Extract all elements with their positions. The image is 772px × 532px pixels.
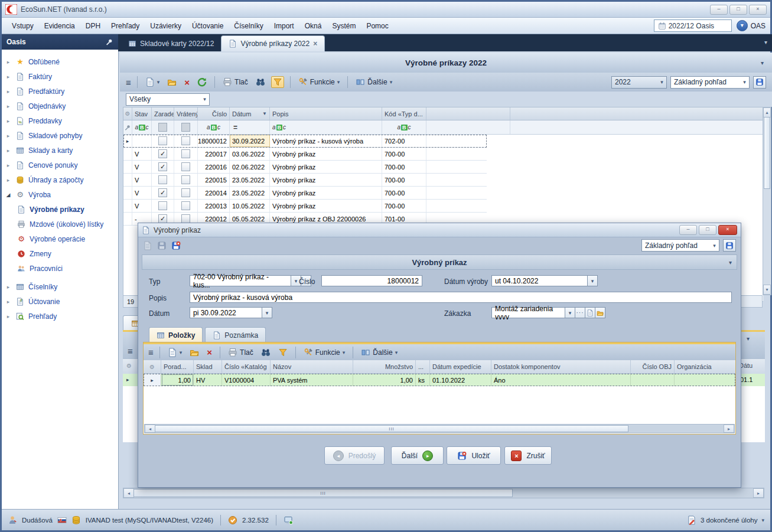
sidebar-item-zmeny[interactable]: Zmeny — [2, 246, 118, 261]
expander-icon[interactable]: ▸ — [2, 148, 15, 154]
expander-icon[interactable]: ▸ — [2, 314, 15, 319]
checkbox[interactable]: ✓ — [158, 214, 167, 223]
sidebar-item-faktury[interactable]: ▸Faktúry — [2, 69, 118, 84]
checkbox[interactable] — [181, 136, 190, 145]
print-button[interactable]: Tlač — [226, 347, 255, 358]
tab-overflow-icon[interactable]: ▾ — [764, 39, 767, 45]
sidebar-item-sklady-a-karty[interactable]: ▸Sklady a karty — [2, 143, 118, 158]
tab-skladove-karty[interactable]: Skladové karty 2022/12 — [121, 36, 221, 51]
sidebar-item-uctovanie[interactable]: ▸Účtovanie — [2, 294, 118, 309]
chevron-down-icon[interactable]: ▾ — [262, 307, 272, 318]
dialog-maximize-button[interactable]: □ — [699, 225, 716, 235]
checkbox[interactable] — [158, 136, 167, 145]
col-dostatok[interactable]: Dostatok komponentov — [491, 360, 631, 373]
table-row[interactable]: V 220015 23.05.2022 Výrobný príkaz 700-0… — [123, 174, 487, 187]
tab-poznamka[interactable]: Poznámka — [205, 327, 266, 342]
sidebar-item-cenove-ponuky[interactable]: ▸Cenové ponuky — [2, 158, 118, 172]
expander-icon[interactable]: ▸ — [2, 133, 15, 139]
expander-icon[interactable]: ▸ — [2, 177, 15, 183]
menu-grip-icon[interactable]: ≡ — [126, 77, 131, 87]
cislo-input[interactable]: 18000012 — [321, 275, 422, 286]
dialog-save-view-button[interactable] — [723, 239, 736, 252]
sidebar-item-preddavky[interactable]: ▸Preddavky — [2, 113, 118, 128]
chevron-down-icon[interactable]: ▾ — [761, 517, 764, 523]
sidebar-item-vyrobne-prikazy[interactable]: Výrobné príkazy — [2, 202, 118, 217]
print-button[interactable]: Tlač — [221, 76, 250, 88]
cell-poradie[interactable]: 1,00 — [161, 374, 194, 386]
pin-icon[interactable] — [105, 38, 113, 46]
menu-uzavierky[interactable]: Uzávierky — [145, 19, 187, 32]
collapse-caret-icon[interactable]: ▾ — [761, 60, 764, 66]
delete-record-button[interactable]: × — [183, 76, 191, 89]
more-button[interactable]: Ďalšie▾ — [359, 347, 399, 358]
checkbox[interactable] — [181, 201, 190, 210]
open-record-button[interactable] — [165, 76, 178, 88]
main-horizontal-scrollbar[interactable]: ◂ III ▸ — [123, 488, 764, 498]
text-filter-icon[interactable]: aBc — [135, 124, 148, 130]
col-poradie[interactable]: Porad... — [161, 360, 194, 373]
col-cislo-obj[interactable]: Číslo OBJ — [631, 360, 675, 373]
cell-datum[interactable]: 30.09.2022 — [230, 135, 270, 147]
new-item-button[interactable]: ▾ — [166, 347, 184, 358]
pin-filter-icon[interactable] — [124, 124, 131, 131]
table-row[interactable]: ▸ 18000012 30.09.2022 Výrobný príkaz - k… — [123, 135, 487, 148]
tab-close-icon[interactable]: × — [313, 40, 317, 48]
col-datum-expedicie[interactable]: Dátum expedície — [430, 360, 491, 373]
sidebar-item-pracovnici[interactable]: Pracovníci — [2, 261, 118, 276]
scroll-right-icon[interactable]: ▸ — [724, 425, 734, 433]
refresh-button[interactable] — [196, 76, 209, 88]
save-button[interactable]: Uložiť — [447, 446, 501, 465]
filter-button[interactable] — [271, 76, 284, 88]
item-row[interactable]: ▸ 1,00 HV V1000004 PVA systém 1,00 ks 01… — [144, 374, 735, 386]
col-nazov[interactable]: Názov — [271, 360, 353, 373]
checkbox[interactable] — [181, 175, 190, 184]
menu-grip-icon[interactable]: ≡ — [128, 346, 133, 356]
datum-vyroby-combo[interactable]: ut 04.10.2022 ▾ — [491, 275, 598, 286]
expander-icon[interactable]: ▸ — [2, 162, 15, 168]
functions-button[interactable]: Funkcie▾ — [297, 76, 342, 88]
checkbox[interactable] — [181, 188, 190, 197]
table-row[interactable]: V ✓ 220016 02.06.2022 Výrobný príkaz 700… — [123, 161, 487, 174]
save-icon[interactable] — [157, 241, 167, 250]
scrollbar-thumb[interactable] — [764, 117, 770, 189]
text-filter-icon[interactable]: aBc — [272, 124, 286, 130]
more-button[interactable]: Ďalšie▾ — [354, 76, 394, 88]
dialog-view-select[interactable]: Základný pohľad▾ — [641, 239, 719, 252]
save-view-button[interactable] — [753, 76, 766, 89]
checkbox[interactable] — [158, 175, 167, 184]
menu-ciselniky[interactable]: Číselníky — [229, 19, 268, 32]
expander-icon[interactable]: ▸ — [2, 118, 15, 124]
open-document-icon[interactable] — [585, 307, 595, 318]
col-cislo[interactable]: Číslo — [198, 107, 230, 120]
sidebar-item-objednavky[interactable]: ▸Objednávky — [2, 99, 118, 113]
table-row[interactable]: V ✓ 220014 23.05.2022 Výrobný príkaz 700… — [123, 187, 487, 200]
menu-prehlady[interactable]: Prehľady — [106, 19, 145, 32]
col-zaradeny[interactable]: Zaradený — [152, 107, 174, 120]
checkbox[interactable] — [158, 201, 167, 210]
sidebar-item-skladove-pohyby[interactable]: ▸Skladové pohyby — [2, 128, 118, 143]
col-datum[interactable]: Dátum▼ — [230, 107, 270, 120]
new-record-icon[interactable] — [143, 241, 152, 250]
col-popis[interactable]: Popis — [270, 107, 382, 120]
checkbox-filter[interactable] — [181, 123, 190, 132]
col-cislo-katalog[interactable]: Číslo «Katalóg — [222, 360, 271, 373]
tab-polozky[interactable]: Položky — [149, 327, 203, 342]
minimize-button[interactable]: – — [710, 5, 728, 15]
col-vrateny[interactable]: Vrátený — [174, 107, 198, 120]
expander-icon[interactable]: ◢ — [2, 192, 15, 198]
menu-system[interactable]: Systém — [327, 19, 361, 32]
sidebar-item-vyrobne-operacie[interactable]: ⚙Výrobné operácie — [2, 231, 118, 246]
chevron-down-icon[interactable]: ▾ — [565, 307, 575, 318]
popis-input[interactable]: Výrobný príkaz - kusová výroba — [190, 292, 732, 303]
menu-evidencia[interactable]: Evidencia — [39, 19, 80, 32]
expander-icon[interactable]: ▸ — [2, 103, 15, 109]
sidebar-item-prehlady[interactable]: ▸Prehľady — [2, 309, 118, 324]
scroll-left-icon[interactable]: ◂ — [145, 425, 155, 433]
year-select[interactable]: 2022▾ — [611, 76, 667, 89]
previous-button[interactable]: ◂ Predošlý — [324, 446, 385, 465]
col-kod[interactable]: Kód «Typ d... — [382, 107, 426, 120]
checkbox[interactable]: ✓ — [158, 162, 167, 171]
typ-combo[interactable]: 702-00 Výrobný príkaz - kus... ▾ ··· — [190, 275, 311, 286]
checkbox[interactable]: ✓ — [158, 149, 167, 158]
scroll-down-icon[interactable]: ▾ — [763, 285, 771, 295]
